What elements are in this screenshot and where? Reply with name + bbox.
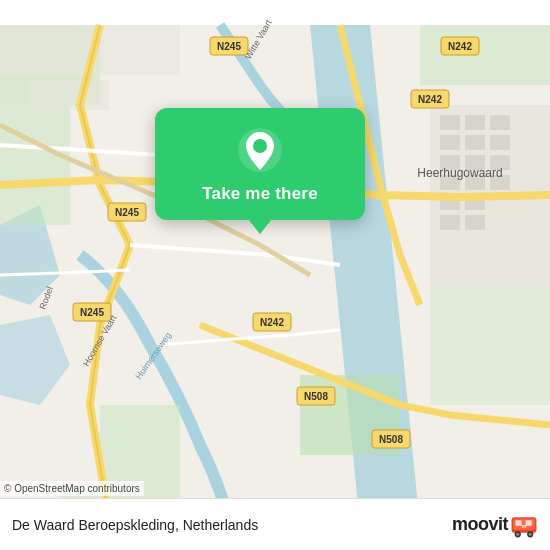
country-label: Netherlands [183, 517, 259, 533]
svg-rect-5 [0, 105, 70, 225]
svg-rect-26 [440, 215, 460, 230]
svg-text:N508: N508 [379, 434, 403, 445]
svg-text:N245: N245 [80, 307, 104, 318]
osm-attribution: © OpenStreetMap contributors [0, 481, 144, 496]
svg-text:N245: N245 [217, 41, 241, 52]
svg-rect-9 [100, 405, 180, 485]
svg-point-58 [529, 532, 532, 535]
svg-rect-7 [430, 285, 550, 405]
location-name: De Waard Beroepskleding, Netherlands [12, 517, 258, 533]
svg-text:m: m [522, 523, 527, 529]
moovit-icon: m [510, 511, 538, 539]
svg-text:N242: N242 [418, 94, 442, 105]
svg-text:Heerhugowaard: Heerhugowaard [417, 166, 502, 180]
location-info: De Waard Beroepskleding, Netherlands [12, 517, 258, 533]
location-pin-icon [236, 126, 284, 174]
svg-point-57 [516, 532, 519, 535]
svg-rect-29 [30, 80, 110, 110]
popup-card[interactable]: Take me there [155, 108, 365, 220]
moovit-logo: moovit m [452, 511, 538, 539]
take-me-there-button[interactable]: Take me there [202, 184, 318, 204]
bottom-bar: De Waard Beroepskleding, Netherlands moo… [0, 498, 550, 550]
moovit-brand-text: moovit [452, 514, 508, 535]
svg-text:N242: N242 [260, 317, 284, 328]
svg-rect-59 [515, 520, 521, 525]
svg-rect-6 [420, 25, 550, 85]
svg-rect-27 [465, 215, 485, 230]
svg-point-52 [253, 139, 267, 153]
svg-rect-17 [490, 135, 510, 150]
svg-text:N242: N242 [448, 41, 472, 52]
svg-rect-13 [465, 115, 485, 130]
svg-rect-16 [465, 135, 485, 150]
svg-rect-14 [490, 115, 510, 130]
svg-rect-15 [440, 135, 460, 150]
map-container[interactable]: N245 N245 N245 N242 N242 N242 N508 N508 … [0, 0, 550, 550]
svg-text:N245: N245 [115, 207, 139, 218]
svg-rect-12 [440, 115, 460, 130]
svg-text:N508: N508 [304, 391, 328, 402]
svg-rect-60 [526, 520, 532, 525]
